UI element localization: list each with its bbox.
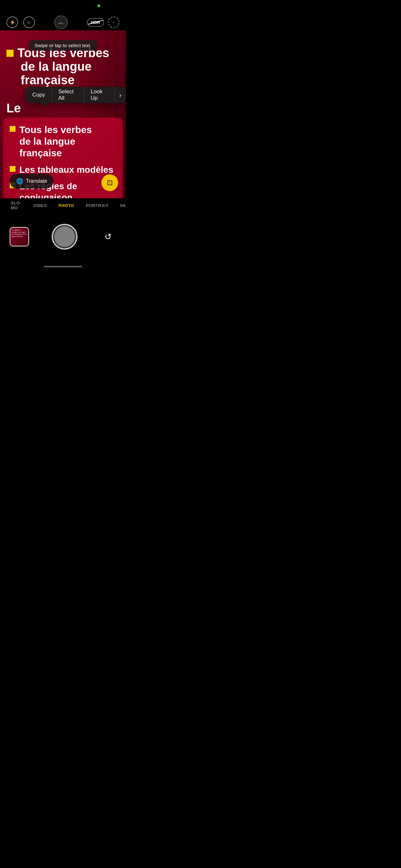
top-bar-right-controls: HDR ●: [87, 17, 120, 28]
live-photo-button[interactable]: ◎: [23, 17, 35, 28]
live-photo-icon: ◎: [27, 20, 31, 25]
top-bar-left-controls: ⚡ ◎: [6, 17, 35, 28]
mode-se[interactable]: SE: [0, 203, 5, 208]
mode-portrait[interactable]: PORTRAIT: [80, 203, 114, 208]
translate-icon: 🌐: [16, 178, 23, 185]
mode-pano-label: PANO: [120, 203, 126, 208]
context-menu: Copy Select All Look Up ›: [26, 87, 126, 103]
mode-video[interactable]: VIDEO: [27, 203, 53, 208]
mode-slo-mo[interactable]: SLO-MO: [5, 200, 27, 210]
translate-label: Translate: [26, 178, 47, 184]
mode-photo-label: PHOTO: [58, 203, 74, 208]
home-indicator: [0, 261, 126, 272]
hint-tooltip: Swipe or tap to select text.: [29, 40, 97, 51]
shutter-area: Les tableaux modèles Les règles de conju…: [0, 213, 126, 261]
overlay-bullet-1: [10, 126, 16, 132]
context-menu-popup: Copy Select All Look Up ›: [26, 87, 126, 103]
more-button[interactable]: ›: [115, 87, 126, 103]
flip-camera-icon: ↺: [104, 232, 112, 242]
copy-label: Copy: [32, 92, 45, 98]
live-circle-button[interactable]: ●: [108, 17, 120, 28]
book-title-line2: de la langue française: [6, 60, 126, 87]
partial-text: Le: [6, 101, 21, 115]
chevron-up-button[interactable]: ︿: [54, 16, 68, 29]
overlay-title-line1: Tous les verbes: [19, 124, 116, 135]
viewfinder[interactable]: Swipe or tap to select text. Tous les ve…: [0, 30, 126, 198]
thumbnail-image: Les tableaux modèles Les règles de conju…: [10, 228, 28, 246]
status-dot: [97, 4, 100, 7]
copy-button[interactable]: Copy: [26, 87, 52, 103]
text-scanner-fab[interactable]: ⊡: [101, 175, 118, 191]
camera-top-bar: ⚡ ◎ ︿ HDR ●: [0, 14, 126, 30]
mode-photo[interactable]: PHOTO: [53, 203, 80, 208]
look-up-label: Look Up: [91, 89, 108, 101]
thumbnail-text: Les tableaux modèles Les règles de conju…: [10, 228, 28, 239]
photo-thumbnail[interactable]: Les tableaux modèles Les règles de conju…: [10, 227, 29, 246]
shutter-inner-circle: [54, 226, 75, 247]
overlay-text-1: Tous les verbes de la langue française: [19, 124, 116, 159]
status-bar: [0, 0, 126, 14]
hdr-button[interactable]: HDR: [87, 18, 104, 27]
more-icon: ›: [119, 91, 121, 99]
book-background-text: Tous les verbes de la langue française: [6, 46, 126, 87]
home-bar: [43, 266, 82, 268]
partial-text-content: Le: [6, 101, 21, 115]
translate-button[interactable]: 🌐 Translate: [10, 174, 54, 189]
mode-pano[interactable]: PANO: [114, 203, 126, 208]
live-circle-icon: ●: [113, 21, 115, 24]
flash-icon: ⚡: [10, 20, 15, 25]
yellow-square-1: [6, 50, 13, 57]
overlay-title-line2: de la langue française: [19, 135, 116, 159]
camera-mode-selector: SE SLO-MO VIDEO PHOTO PORTRAIT PANO: [0, 198, 126, 213]
flip-camera-button[interactable]: ↺: [100, 228, 116, 245]
book-line2-text: de la langue française: [21, 60, 92, 87]
chevron-up-icon: ︿: [58, 19, 64, 26]
mode-slomo-label: SLO-MO: [11, 200, 21, 210]
overlay-line-1: Tous les verbes de la langue française: [10, 124, 116, 159]
shutter-button[interactable]: [52, 224, 78, 250]
mode-video-label: VIDEO: [33, 203, 47, 208]
mode-portrait-label: PORTRAIT: [86, 203, 109, 208]
select-all-button[interactable]: Select All: [52, 87, 84, 103]
scanner-icon: ⊡: [107, 179, 113, 187]
look-up-button[interactable]: Look Up: [84, 87, 115, 103]
flash-button[interactable]: ⚡: [6, 17, 18, 28]
overlay-bullet-2: [10, 166, 16, 172]
hint-text: Swipe or tap to select text.: [35, 42, 91, 48]
select-all-label: Select All: [58, 89, 78, 101]
